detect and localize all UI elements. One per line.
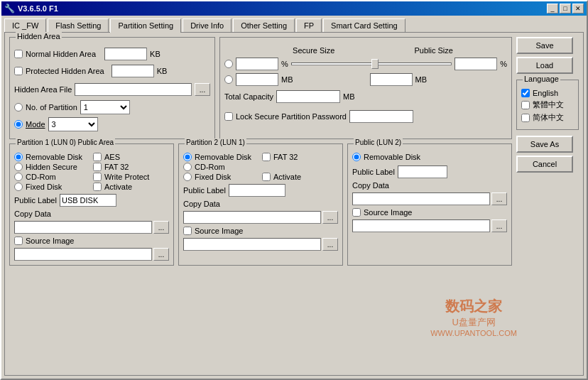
normal-hidden-label: Normal Hidden Area (26, 50, 96, 58)
tab-bar: IC _FW Flash Setting Partition Setting D… (1, 16, 587, 32)
p2-cdrom-radio[interactable] (183, 163, 192, 171)
simp-chinese-checkbox[interactable] (521, 114, 530, 122)
p1-fat32-checkbox[interactable] (93, 163, 102, 171)
minimize-button[interactable]: _ (547, 4, 558, 13)
p2-source-input[interactable] (183, 238, 321, 251)
tab-smart-card[interactable]: Smart Card Setting (323, 18, 405, 32)
p3-removable-radio[interactable] (352, 153, 361, 161)
p1-source-checkbox[interactable] (14, 237, 23, 245)
p2-source-checkbox[interactable] (183, 227, 192, 235)
size-slider-thumb[interactable] (371, 59, 379, 69)
p1-aes-label: AES (104, 153, 120, 161)
lock-password-input[interactable] (349, 110, 413, 123)
p2-source-browse[interactable]: ... (322, 238, 338, 251)
p1-activate-label: Activate (104, 183, 132, 191)
p2-fixed-radio[interactable] (183, 173, 192, 181)
p3-copy-browse[interactable]: ... (491, 192, 507, 205)
hidden-file-input[interactable] (75, 83, 192, 96)
p1-copy-data-label: Copy Data (14, 210, 51, 218)
total-capacity-unit: MB (343, 92, 355, 101)
normal-hidden-checkbox[interactable] (14, 50, 23, 58)
save-as-button[interactable]: Save As (516, 136, 573, 153)
total-capacity-row: Total Capacity MB (224, 90, 507, 103)
hidden-file-browse[interactable]: ... (195, 83, 210, 96)
protected-hidden-row: Protected Hidden Area KB (14, 65, 210, 77)
partition-section: Partition 1 (LUN 0) Public Area Removabl… (9, 143, 512, 266)
p2-copy-browse[interactable]: ... (322, 211, 338, 224)
p3-public-label-text: Public Label (352, 168, 395, 176)
public-percent-input[interactable] (454, 58, 497, 70)
tab-fp[interactable]: FP (296, 18, 322, 32)
p1-cdrom-radio[interactable] (14, 173, 23, 181)
p3-source-checkbox[interactable] (352, 208, 361, 217)
p3-public-label-input[interactable] (398, 165, 447, 178)
protected-hidden-checkbox[interactable] (14, 67, 23, 75)
public-mb-input[interactable] (370, 73, 413, 86)
p2-public-label-input[interactable] (229, 184, 285, 197)
p3-source-input[interactable] (352, 219, 490, 232)
trad-chinese-label: 繁體中文 (533, 99, 564, 110)
p2-activate-checkbox[interactable] (262, 173, 271, 181)
lock-row: Lock Secure Partition Password (224, 110, 507, 123)
tab-flash-setting[interactable]: Flash Setting (48, 18, 109, 32)
english-checkbox[interactable] (521, 89, 530, 97)
normal-hidden-input[interactable] (104, 48, 147, 60)
tab-drive-info[interactable]: Drive Info (183, 18, 232, 32)
p1-hidden-radio[interactable] (14, 163, 23, 171)
p1-public-label-input[interactable] (60, 194, 116, 207)
p1-copy-browse[interactable]: ... (153, 221, 169, 234)
p2-removable-radio[interactable] (183, 153, 192, 161)
trad-chinese-checkbox[interactable] (521, 101, 530, 109)
hidden-file-row: Hidden Area File ... (14, 83, 210, 96)
mb-radio[interactable] (224, 75, 233, 84)
mode-radio[interactable] (14, 120, 23, 129)
title-bar: 🔧 V3.6.5.0 F1 _ □ ✕ (1, 1, 587, 16)
p2-copy-data-input[interactable] (183, 211, 321, 224)
simp-chinese-label: 简体中文 (533, 112, 564, 123)
p1-fixed-radio[interactable] (14, 183, 23, 191)
partition3-inner: Removable Disk Public Label Copy Data ..… (352, 153, 507, 232)
percent-row: % % (224, 58, 507, 70)
no-partition-select[interactable]: 1 (80, 100, 130, 114)
p1-activate-checkbox[interactable] (93, 183, 102, 191)
public-size-label: Public Size (415, 46, 453, 55)
p1-aes-checkbox[interactable] (93, 153, 102, 161)
main-window: 🔧 V3.6.5.0 F1 _ □ ✕ IC _FW Flash Setting… (0, 0, 588, 380)
tab-partition-setting[interactable]: Partition Setting (110, 18, 181, 33)
p3-source-browse[interactable]: ... (491, 219, 507, 232)
protected-input[interactable] (111, 65, 154, 77)
total-capacity-input[interactable] (276, 90, 340, 103)
cancel-button[interactable]: Cancel (516, 156, 573, 173)
p2-fixed-row: Fixed Disk (183, 173, 259, 181)
p1-copy-data-input-row: ... (14, 221, 169, 234)
english-row: English (521, 89, 574, 97)
p1-removable-radio[interactable] (14, 153, 23, 161)
percent-radio[interactable] (224, 60, 233, 68)
p1-source-label: Source Image (26, 237, 74, 245)
p1-copy-data-input[interactable] (14, 221, 152, 234)
secure-percent-input[interactable] (236, 58, 278, 70)
p2-fat32-label: FAT 32 (273, 153, 298, 161)
tab-other-setting[interactable]: Other Setting (233, 18, 295, 32)
p2-activate-row: Activate (262, 173, 338, 181)
p1-hidden-label: Hidden Secure (26, 163, 77, 171)
lock-checkbox[interactable] (224, 112, 233, 121)
p2-fat32-checkbox[interactable] (262, 153, 271, 161)
percent-unit1: % (281, 60, 288, 68)
p2-copy-data-input-row: ... (183, 211, 338, 224)
p1-wp-checkbox[interactable] (93, 173, 102, 181)
hidden-file-label: Hidden Area File (14, 85, 72, 94)
save-button[interactable]: Save (516, 37, 573, 54)
size-slider-track (291, 63, 452, 65)
p3-copy-data-input[interactable] (352, 192, 490, 205)
maximize-button[interactable]: □ (560, 4, 571, 13)
p1-source-browse[interactable]: ... (153, 248, 169, 261)
no-partition-radio[interactable] (14, 103, 23, 112)
p1-cdrom-label: CD-Rom (26, 173, 56, 181)
tab-ic-fw[interactable]: IC _FW (4, 18, 46, 32)
close-button[interactable]: ✕ (572, 4, 584, 13)
mode-select[interactable]: 3 (48, 117, 98, 131)
secure-mb-input[interactable] (236, 73, 278, 86)
p1-source-input[interactable] (14, 248, 152, 261)
load-button[interactable]: Load (516, 57, 573, 74)
